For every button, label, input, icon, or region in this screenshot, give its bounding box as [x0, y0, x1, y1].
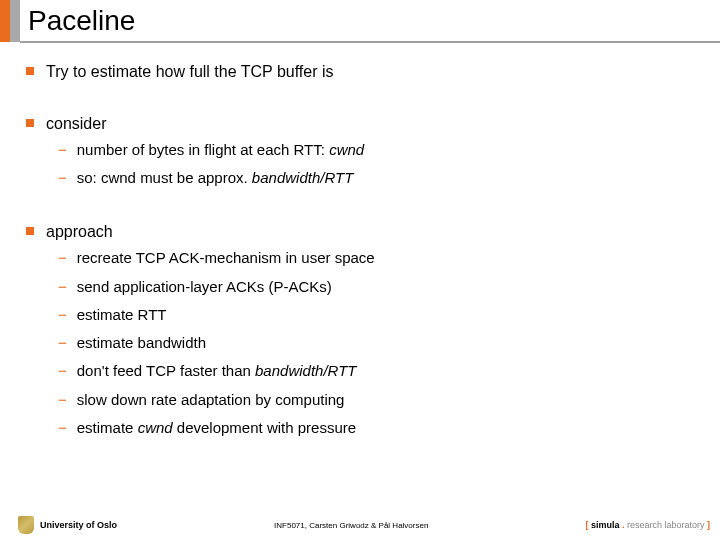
sub-text-italic: cwnd	[138, 419, 173, 436]
sub-item: − estimate cwnd development with pressur…	[58, 418, 700, 438]
sub-text: estimate RTT	[77, 305, 167, 325]
dash-bullet-icon: −	[58, 140, 67, 160]
bullet-text: approach	[46, 221, 113, 243]
sub-list: − recreate TCP ACK-mechanism in user spa…	[58, 248, 700, 438]
slide-content: Try to estimate how full the TCP buffer …	[0, 43, 720, 438]
dash-bullet-icon: −	[58, 277, 67, 297]
dash-bullet-icon: −	[58, 418, 67, 438]
sub-item: − slow down rate adaptation by computing	[58, 390, 700, 410]
footer: University of Oslo INF5071, Carsten Griw…	[0, 516, 720, 534]
lab-dot: .	[619, 520, 627, 530]
lab-bracket-close: ]	[705, 520, 711, 530]
sub-text-part: development with pressure	[173, 419, 356, 436]
sub-text-part: estimate	[77, 419, 138, 436]
dash-bullet-icon: −	[58, 390, 67, 410]
sub-text-part: don't feed TCP faster than	[77, 362, 255, 379]
sub-item: − estimate bandwidth	[58, 333, 700, 353]
sub-item: − recreate TCP ACK-mechanism in user spa…	[58, 248, 700, 268]
dash-bullet-icon: −	[58, 361, 67, 381]
slide-title: Paceline	[20, 0, 135, 42]
sub-text: don't feed TCP faster than bandwidth/RTT	[77, 361, 357, 381]
bullet-text: Try to estimate how full the TCP buffer …	[46, 61, 334, 83]
bullet-item: Try to estimate how full the TCP buffer …	[26, 61, 700, 83]
lab-brand: simula	[591, 520, 620, 530]
square-bullet-icon	[26, 119, 34, 127]
sub-text-italic: bandwidth/RTT	[252, 169, 353, 186]
dash-bullet-icon: −	[58, 248, 67, 268]
university-crest-icon	[18, 516, 34, 534]
sub-item: − estimate RTT	[58, 305, 700, 325]
sub-item: − don't feed TCP faster than bandwidth/R…	[58, 361, 700, 381]
sub-item: − send application-layer ACKs (P-ACKs)	[58, 277, 700, 297]
dash-bullet-icon: −	[58, 333, 67, 353]
sub-text: estimate bandwidth	[77, 333, 206, 353]
dash-bullet-icon: −	[58, 305, 67, 325]
sub-list: − number of bytes in flight at each RTT:…	[58, 140, 700, 189]
sub-text: send application-layer ACKs (P-ACKs)	[77, 277, 332, 297]
sub-text: estimate cwnd development with pressure	[77, 418, 356, 438]
sub-text-italic: bandwidth/RTT	[255, 362, 356, 379]
bullet-item: approach	[26, 221, 700, 243]
sub-item: − number of bytes in flight at each RTT:…	[58, 140, 700, 160]
sub-text-part: number of bytes in flight at each RTT:	[77, 141, 329, 158]
footer-center: INF5071, Carsten Griwodz & Pål Halvorsen	[117, 521, 585, 530]
sub-text: so: cwnd must be approx. bandwidth/RTT	[77, 168, 354, 188]
title-accent-orange	[0, 0, 10, 42]
sub-text: number of bytes in flight at each RTT: c…	[77, 140, 364, 160]
sub-text-italic: cwnd	[329, 141, 364, 158]
dash-bullet-icon: −	[58, 168, 67, 188]
square-bullet-icon	[26, 67, 34, 75]
sub-text-part: so: cwnd must be approx.	[77, 169, 252, 186]
lab-rest: research laboratory	[627, 520, 705, 530]
university-name: University of Oslo	[40, 520, 117, 530]
bullet-text: consider	[46, 113, 106, 135]
bullet-item: consider	[26, 113, 700, 135]
title-bar: Paceline	[0, 0, 720, 42]
footer-left: University of Oslo	[18, 516, 117, 534]
title-accent-gray	[10, 0, 20, 42]
square-bullet-icon	[26, 227, 34, 235]
sub-text: recreate TCP ACK-mechanism in user space	[77, 248, 375, 268]
sub-item: − so: cwnd must be approx. bandwidth/RTT	[58, 168, 700, 188]
sub-text: slow down rate adaptation by computing	[77, 390, 345, 410]
footer-right: [ simula . research laboratory ]	[585, 520, 710, 530]
